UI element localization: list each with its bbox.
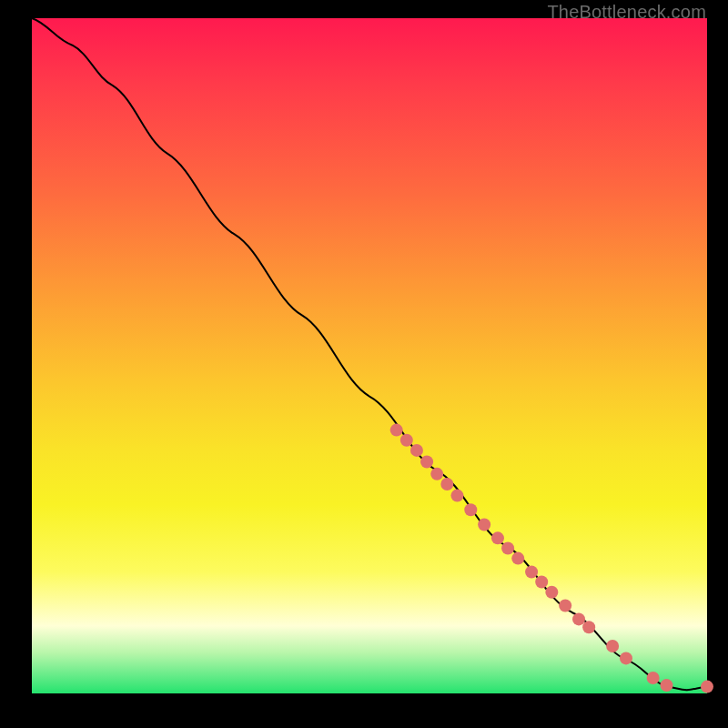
chart-stage: TheBottleneck.com bbox=[0, 0, 728, 728]
data-point bbox=[501, 541, 514, 554]
data-point bbox=[606, 640, 619, 652]
data-point bbox=[660, 679, 672, 692]
data-point bbox=[430, 468, 443, 480]
data-point bbox=[450, 490, 463, 502]
data-point bbox=[390, 424, 403, 437]
data-point bbox=[410, 444, 423, 457]
plot-area bbox=[32, 18, 707, 693]
data-point bbox=[400, 434, 413, 447]
data-point bbox=[420, 455, 433, 468]
data-point bbox=[647, 672, 660, 684]
data-point bbox=[440, 478, 453, 490]
data-point bbox=[620, 652, 632, 664]
data-point bbox=[701, 681, 713, 693]
data-point bbox=[559, 600, 571, 612]
data-point bbox=[491, 531, 504, 544]
data-point bbox=[478, 519, 490, 531]
curve-line bbox=[32, 18, 707, 690]
data-point bbox=[545, 586, 558, 599]
chart-svg bbox=[32, 18, 707, 693]
data-point bbox=[464, 503, 477, 516]
scatter-points bbox=[390, 424, 713, 693]
data-point bbox=[511, 552, 524, 565]
data-point bbox=[572, 612, 585, 625]
data-point bbox=[582, 621, 595, 633]
data-point bbox=[535, 576, 548, 589]
data-point bbox=[525, 565, 538, 578]
